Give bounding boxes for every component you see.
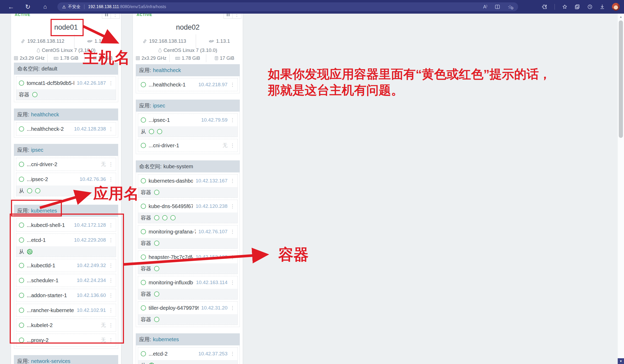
host-name[interactable]: node02 [133,23,243,31]
pod-menu-button[interactable]: ⋮ [230,306,235,310]
container-icon[interactable] [154,266,159,271]
container-icon[interactable] [32,92,37,97]
pod-menu-button[interactable]: ⋮ [108,263,113,268]
pod-name[interactable]: ...healthcheck-1 [149,82,196,88]
profile-avatar[interactable] [612,3,620,11]
pod-menu-button[interactable]: ⋮ [230,118,235,122]
section-name[interactable]: healthcheck [31,112,59,118]
pod-menu-button[interactable]: ⋮ [108,323,113,328]
address-bar[interactable]: ⚠ 不安全 192.168.138.111:8080/env/1a5/infra… [57,2,518,11]
host-menu-button[interactable]: ⋮ [111,14,120,19]
pod-ip[interactable]: 10.42.128.238 [74,126,106,132]
section-name[interactable]: kubernetes [153,336,179,343]
container-icon[interactable] [154,215,159,220]
pod-name[interactable]: tomcat1-dcf5b9db5-hczj4 [27,80,74,86]
pod-menu-button[interactable]: ⋮ [230,229,235,234]
section-name[interactable]: network-services [31,358,70,364]
pod-name[interactable]: ...healthcheck-2 [27,126,71,132]
pod-ip[interactable]: 10.42.172.128 [74,222,106,228]
sidekick-icon[interactable] [149,363,154,364]
sidekick-icon[interactable] [27,249,32,254]
read-aloud-icon[interactable]: A) [483,4,487,10]
container-icon[interactable] [154,190,159,195]
pod-name[interactable]: ...ipsec-2 [27,176,77,182]
pod-menu-button[interactable]: ⋮ [108,308,113,313]
pod-ip[interactable]: 10.42.218.97 [198,82,227,88]
pod-menu-button[interactable]: ⋮ [108,162,113,167]
pod-menu-button[interactable]: ⋮ [230,204,235,209]
history-icon[interactable] [587,4,593,9]
pod-ip[interactable]: 10.42.163.114 [196,280,227,285]
pod-name[interactable]: tiller-deploy-64799799c-... [149,305,199,311]
pod-name[interactable]: ...rancher-kubernetes-ag... [27,307,74,313]
pod-ip[interactable]: 10.42.76.36 [80,176,106,182]
pause-host-button[interactable] [102,14,111,19]
extensions-icon[interactable] [542,4,547,9]
pod-ip[interactable]: 10.42.136.60 [77,292,106,298]
downloads-icon[interactable] [600,4,605,9]
split-screen-icon[interactable] [495,5,500,9]
pod-menu-button[interactable]: ⋮ [108,127,113,131]
pod-menu-button[interactable]: ⋮ [108,177,113,182]
pause-host-button[interactable] [224,14,232,19]
favorites-icon[interactable] [562,4,567,9]
container-icon[interactable] [27,188,32,193]
pod-name[interactable]: ...cni-driver-1 [149,143,220,149]
pod-name[interactable]: ...etcd-1 [27,237,71,243]
pod-ip[interactable]: 10.42.24.234 [77,278,106,283]
pod-name[interactable]: heapster-7bc7c7df4f-7j... [149,254,193,260]
pod-ip[interactable]: 10.42.76.107 [198,229,227,235]
host-menu-button[interactable]: ⋮ [232,14,241,19]
pod-ip[interactable]: 10.42.31.20 [201,305,227,311]
section-name[interactable]: kubernetes [31,208,57,214]
pod-name[interactable]: ...cni-driver-2 [27,161,98,167]
pod-ip[interactable]: 10.42.120.238 [196,203,227,209]
pod-menu-button[interactable]: ⋮ [108,293,113,298]
pod-name[interactable]: monitoring-influxdb-d9... [149,280,193,286]
add-favorite-icon[interactable]: ☆⨁ [508,4,513,10]
pod-menu-button[interactable]: ⋮ [230,351,235,356]
pod-ip[interactable]: 10.42.79.59 [201,117,227,123]
pod-menu-button[interactable]: ⋮ [230,255,235,259]
pod-menu-button[interactable]: ⋮ [230,143,235,148]
pod-menu-button[interactable]: ⋮ [108,278,113,283]
container-icon[interactable] [162,215,167,220]
pod-menu-button[interactable]: ⋮ [230,82,235,87]
container-icon[interactable] [149,129,154,134]
host-name[interactable]: node01 [11,23,121,31]
pod-menu-button[interactable]: ⋮ [230,280,235,285]
pod-menu-button[interactable]: ⋮ [230,178,235,183]
url-text[interactable]: 192.168.138.111:8080/env/1a5/infra/hosts [88,4,166,9]
section-name[interactable]: healthcheck [153,67,181,73]
pod-name[interactable]: ...scheduler-1 [27,278,74,284]
scrollbar-thumb[interactable] [619,20,623,138]
back-button[interactable]: ← [6,0,16,14]
scrollbar[interactable]: ▲ ▼ [618,14,624,364]
container-icon[interactable] [170,215,176,220]
refresh-button[interactable]: ↻ [23,0,33,14]
section-name[interactable]: ipsec [31,147,44,153]
pod-ip[interactable]: 10.42.26.187 [77,80,106,86]
container-icon[interactable] [154,291,159,297]
scroll-down-button[interactable]: ▼ [618,358,624,364]
container-icon[interactable] [154,241,159,246]
pod-name[interactable]: ...ipsec-1 [149,117,199,123]
pod-ip[interactable]: 10.42.132.167 [196,178,227,184]
security-label[interactable]: 不安全 [68,4,80,10]
pod-name[interactable]: ...proxy-2 [27,337,98,343]
pod-name[interactable]: ...addon-starter-1 [27,292,74,298]
pod-name[interactable]: ...kubelet-2 [27,322,98,328]
pod-name[interactable]: monitoring-grafana-74d... [149,229,196,235]
pod-menu-button[interactable]: ⋮ [108,81,113,85]
container-icon[interactable] [154,317,159,322]
section-name[interactable]: ipsec [153,103,165,109]
pod-name[interactable]: ...kubectl-shell-1 [27,222,71,228]
pod-name[interactable]: ...kubectld-1 [27,263,74,269]
home-button[interactable]: ⌂ [40,0,50,14]
pod-ip[interactable]: 10.42.37.253 [198,351,227,357]
container-icon[interactable] [35,188,40,193]
scroll-up-button[interactable]: ▲ [618,14,624,20]
pod-ip[interactable]: 10.42.229.208 [74,237,106,243]
pod-name[interactable]: kube-dns-56495f67b9-... [149,203,193,209]
pod-menu-button[interactable]: ⋮ [108,223,113,227]
